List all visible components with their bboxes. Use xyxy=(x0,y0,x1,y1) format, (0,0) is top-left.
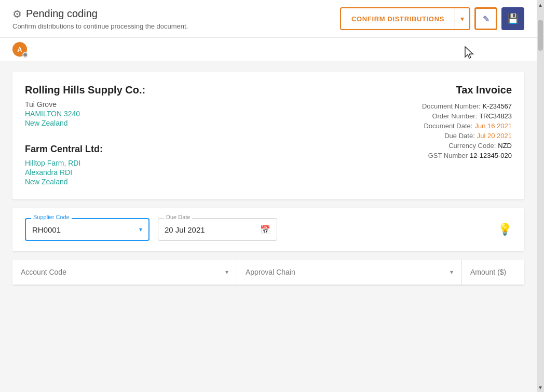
invoice-detail-value: TRC34823 xyxy=(479,112,512,120)
bill-to-country: New Zealand xyxy=(25,178,145,186)
chevron-down-icon: ▾ xyxy=(460,15,464,23)
confirm-btn-group: CONFIRM DISTRIBUTIONS ▾ xyxy=(340,7,470,30)
confirm-distributions-button[interactable]: CONFIRM DISTRIBUTIONS xyxy=(341,10,455,28)
bill-to-address1: Hilltop Farm, RDI xyxy=(25,159,145,167)
due-date-input[interactable]: 20 Jul 2021 📅 xyxy=(158,218,277,241)
scrollbar[interactable]: ▲ ▼ xyxy=(537,0,544,392)
due-date-field-group: Due Date 20 Jul 2021 📅 xyxy=(158,218,277,241)
invoice-title: Tax Invoice xyxy=(422,84,512,96)
due-date-label: Due Date xyxy=(164,214,192,220)
supplier-code-value: RH0001 xyxy=(32,225,61,234)
account-code-column[interactable]: Account Code ▾ xyxy=(12,260,237,285)
avatar: A xyxy=(12,42,27,57)
supplier-code-field-group: Supplier Code RH0001 ▾ xyxy=(25,218,149,241)
header-subtitle: Confirm distributions to continue proces… xyxy=(12,22,188,30)
invoice-detail-value: NZD xyxy=(498,142,512,150)
distributions-card: Account Code ▾ Approval Chain ▾ Amount (… xyxy=(12,260,524,285)
lightbulb-button[interactable]: 💡 xyxy=(498,223,512,236)
confirm-dropdown-button[interactable]: ▾ xyxy=(455,9,469,28)
bill-to-name: Farm Central Ltd: xyxy=(25,144,145,155)
save-button[interactable]: 💾 xyxy=(501,7,524,30)
fields-card: Supplier Code RH0001 ▾ Due Date 20 Jul 2… xyxy=(12,208,524,251)
bill-to-section: Farm Central Ltd: Hilltop Farm, RDI Alex… xyxy=(25,144,145,186)
avatar-row: A xyxy=(0,38,537,61)
account-code-dropdown-icon: ▾ xyxy=(225,268,228,276)
clock-badge-icon xyxy=(23,53,27,57)
invoice-detail-value: K-234567 xyxy=(483,102,512,110)
main-container: ▲ ▼ ⚙ Pending coding Confirm distributio… xyxy=(0,0,544,392)
supplier-contact: Tui Grove xyxy=(25,100,145,109)
avatar-initials: A xyxy=(17,46,22,53)
avatar-badge xyxy=(22,52,28,58)
supplier-and-billto-section: Rolling Hills Supply Co.: Tui Grove HAMI… xyxy=(25,84,145,187)
approval-chain-dropdown-icon: ▾ xyxy=(450,268,453,276)
invoice-detail-row: Document Date:Jun 16 2021 xyxy=(422,122,512,130)
account-code-label: Account Code xyxy=(21,268,66,276)
invoice-details: Tax Invoice Document Number:K-234567Orde… xyxy=(422,84,512,187)
invoice-header-card: Rolling Hills Supply Co.: Tui Grove HAMI… xyxy=(12,72,524,199)
approval-chain-column[interactable]: Approval Chain ▾ xyxy=(237,260,462,285)
invoice-detail-value: Jul 20 2021 xyxy=(477,132,512,140)
supplier-name: Rolling Hills Supply Co.: xyxy=(25,84,145,96)
header-bar: ⚙ Pending coding Confirm distributions t… xyxy=(0,0,537,38)
content-area: Rolling Hills Supply Co.: Tui Grove HAMI… xyxy=(0,61,537,392)
invoice-detail-row: Currency Code:NZD xyxy=(422,142,512,150)
supplier-city: HAMILTON 3240 xyxy=(25,110,145,118)
bill-to-address2: Alexandra RDI xyxy=(25,168,145,177)
invoice-detail-value: Jun 16 2021 xyxy=(474,122,512,130)
invoice-detail-label: GST Number xyxy=(428,152,468,159)
header-title: ⚙ Pending coding xyxy=(12,8,188,20)
approval-chain-label: Approval Chain xyxy=(246,268,295,276)
invoice-detail-row: Due Date:Jul 20 2021 xyxy=(422,132,512,140)
invoice-detail-label: Document Number: xyxy=(422,102,481,110)
supplier-code-label: Supplier Code xyxy=(31,214,72,220)
invoice-detail-label: Currency Code: xyxy=(448,142,496,150)
scroll-up-arrow[interactable]: ▲ xyxy=(537,0,544,9)
pencil-icon: ✎ xyxy=(483,14,489,24)
scroll-down-arrow[interactable]: ▼ xyxy=(537,383,544,392)
supplier-country: New Zealand xyxy=(25,119,145,127)
header-left: ⚙ Pending coding Confirm distributions t… xyxy=(12,8,188,30)
supplier-code-dropdown-icon: ▾ xyxy=(139,226,142,233)
distributions-header: Account Code ▾ Approval Chain ▾ Amount (… xyxy=(12,260,524,285)
invoice-detail-label: Document Date: xyxy=(424,122,472,130)
amount-column: Amount ($) xyxy=(462,260,524,285)
gear-icon: ⚙ xyxy=(12,8,22,20)
edit-button[interactable]: ✎ xyxy=(474,7,497,30)
invoice-detail-row: Order Number:TRC34823 xyxy=(422,112,512,120)
supplier-code-input[interactable]: RH0001 ▾ xyxy=(25,218,149,241)
header-actions: CONFIRM DISTRIBUTIONS ▾ ✎ 💾 xyxy=(340,7,524,30)
invoice-detail-label: Order Number: xyxy=(432,112,477,120)
invoice-detail-rows: Document Number:K-234567Order Number:TRC… xyxy=(422,102,512,159)
calendar-icon: 📅 xyxy=(260,225,270,235)
invoice-detail-row: Document Number:K-234567 xyxy=(422,102,512,110)
due-date-value: 20 Jul 2021 xyxy=(165,225,205,234)
invoice-detail-value: 12-12345-020 xyxy=(470,152,512,159)
page-title: Pending coding xyxy=(26,8,98,20)
supplier-section: Rolling Hills Supply Co.: Tui Grove HAMI… xyxy=(25,84,145,127)
invoice-detail-row: GST Number12-12345-020 xyxy=(422,152,512,159)
scrollbar-thumb[interactable] xyxy=(538,20,543,51)
invoice-detail-label: Due Date: xyxy=(444,132,475,140)
save-icon: 💾 xyxy=(507,13,519,24)
amount-label: Amount ($) xyxy=(470,268,506,276)
